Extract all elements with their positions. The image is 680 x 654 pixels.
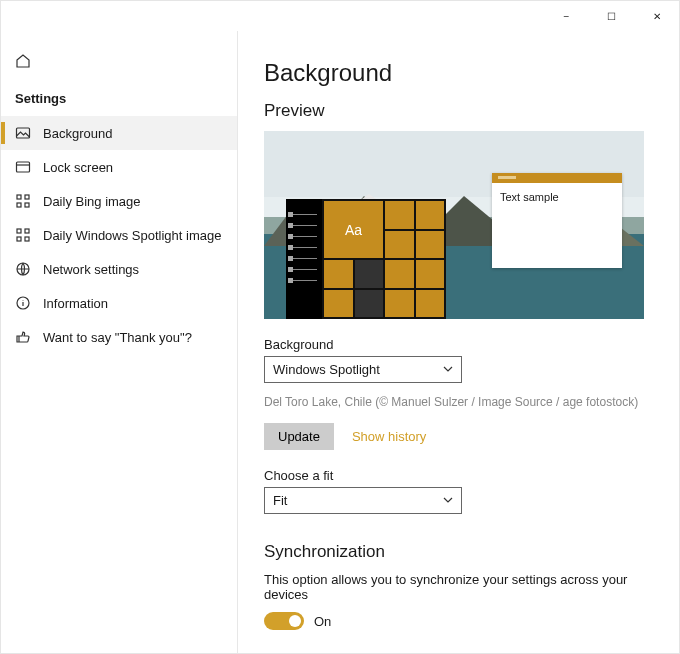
sidebar-item-label: Want to say "Thank you"?: [43, 330, 192, 345]
close-button[interactable]: ✕: [634, 1, 679, 31]
background-select-value: Windows Spotlight: [273, 362, 380, 377]
sync-toggle-label: On: [314, 614, 331, 629]
svg-rect-5: [25, 203, 29, 207]
svg-rect-9: [25, 237, 29, 241]
info-icon: [15, 295, 31, 311]
sidebar-item-information[interactable]: Information: [1, 286, 237, 320]
fit-field-label: Choose a fit: [264, 468, 653, 483]
chevron-down-icon: [443, 362, 453, 377]
background-select[interactable]: Windows Spotlight: [264, 356, 462, 383]
update-button[interactable]: Update: [264, 423, 334, 450]
preview-sample-text: Text sample: [500, 191, 559, 203]
sidebar-item-thank-you[interactable]: Want to say "Thank you"?: [1, 320, 237, 354]
sync-heading: Synchronization: [264, 542, 653, 562]
wallpaper-preview: Aa Text sample: [264, 131, 644, 319]
sidebar-item-daily-spotlight[interactable]: Daily Windows Spotlight image: [1, 218, 237, 252]
home-button[interactable]: [1, 49, 237, 73]
image-icon: [15, 125, 31, 141]
sidebar-item-background[interactable]: Background: [1, 116, 237, 150]
preview-sample-window: Text sample: [492, 173, 622, 268]
sidebar-item-label: Background: [43, 126, 112, 141]
sync-toggle[interactable]: [264, 612, 304, 630]
lock-icon: [15, 159, 31, 175]
svg-rect-7: [25, 229, 29, 233]
sidebar: Settings Background Lock screen Daily Bi…: [1, 31, 238, 653]
sidebar-item-label: Information: [43, 296, 108, 311]
sidebar-item-label: Daily Bing image: [43, 194, 141, 209]
settings-heading: Settings: [15, 91, 237, 106]
preview-heading: Preview: [264, 101, 653, 121]
page-title: Background: [264, 59, 653, 87]
fit-select-value: Fit: [273, 493, 287, 508]
main-content: Background Preview Aa: [238, 31, 679, 653]
svg-rect-3: [25, 195, 29, 199]
show-history-link[interactable]: Show history: [352, 429, 426, 444]
svg-rect-4: [17, 203, 21, 207]
sync-description: This option allows you to synchronize yo…: [264, 572, 653, 602]
background-field-label: Background: [264, 337, 653, 352]
apps-icon: [15, 193, 31, 209]
globe-icon: [15, 261, 31, 277]
minimize-button[interactable]: −: [544, 1, 589, 31]
sidebar-item-label: Lock screen: [43, 160, 113, 175]
maximize-button[interactable]: ☐: [589, 1, 634, 31]
preview-start-menu: Aa: [286, 199, 446, 319]
svg-rect-0: [17, 128, 30, 138]
fit-select[interactable]: Fit: [264, 487, 462, 514]
preview-tile-text: Aa: [324, 201, 383, 258]
svg-rect-1: [17, 162, 30, 172]
sidebar-item-lock-screen[interactable]: Lock screen: [1, 150, 237, 184]
sidebar-item-daily-bing[interactable]: Daily Bing image: [1, 184, 237, 218]
home-icon: [15, 53, 31, 69]
thumbs-up-icon: [15, 329, 31, 345]
svg-rect-6: [17, 229, 21, 233]
apps-icon: [15, 227, 31, 243]
sidebar-item-label: Network settings: [43, 262, 139, 277]
sidebar-item-network[interactable]: Network settings: [1, 252, 237, 286]
svg-rect-8: [17, 237, 21, 241]
window-titlebar: − ☐ ✕: [1, 1, 679, 31]
sidebar-item-label: Daily Windows Spotlight image: [43, 228, 221, 243]
chevron-down-icon: [443, 493, 453, 508]
svg-rect-2: [17, 195, 21, 199]
image-attribution: Del Toro Lake, Chile (© Manuel Sulzer / …: [264, 395, 653, 409]
